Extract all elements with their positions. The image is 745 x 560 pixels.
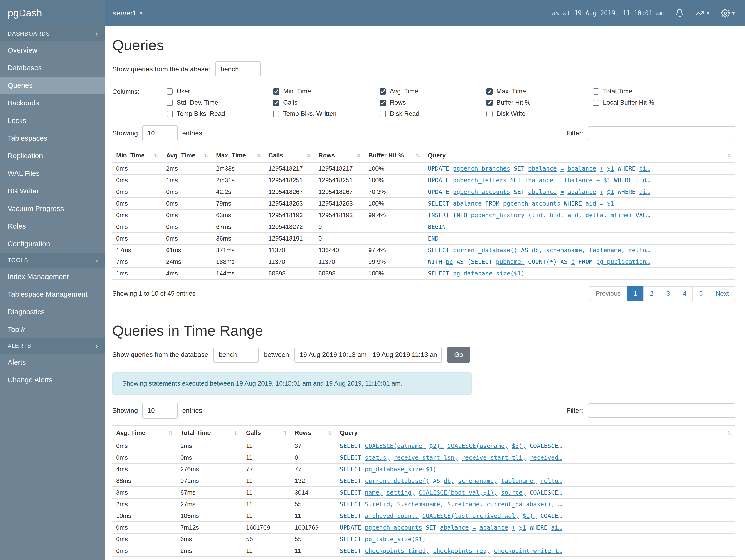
column-header-calls[interactable]: ⇅Calls [265, 148, 315, 163]
column-header-max-time[interactable]: ⇅Max. Time [212, 148, 265, 163]
column-toggle-min-time[interactable]: Min. Time [273, 88, 380, 95]
settings-menu-button[interactable]: ▾ [721, 8, 735, 18]
pagination-page-3[interactable]: 3 [659, 286, 677, 301]
go-button[interactable]: Go [447, 347, 470, 363]
query-link[interactable]: END [428, 235, 439, 242]
checkbox-disk-write[interactable] [486, 111, 492, 117]
column-toggle-disk-write[interactable]: Disk Write [486, 110, 593, 118]
query-link[interactable]: SELECT pg_table_size($1) [340, 536, 426, 542]
sidebar-item-configuration[interactable]: Configuration [0, 235, 105, 253]
column-toggle-rows[interactable]: Rows [380, 99, 486, 106]
sidebar-item-tablespaces[interactable]: Tablespaces [0, 129, 105, 147]
query-link[interactable]: SELECT S.relid, S.schemaname, S.relname,… [340, 501, 562, 508]
sort-icon[interactable]: ⇅ [727, 430, 732, 436]
sidebar-item-backends[interactable]: Backends [0, 94, 105, 112]
sidebar-section-header-tools[interactable]: TOOLS› [0, 253, 105, 268]
query-link[interactable]: SELECT current_database() AS db, scheman… [340, 477, 562, 484]
query-link[interactable]: SELECT current_database() AS db, scheman… [428, 247, 650, 254]
column-header-avg-time[interactable]: ⇅Avg. Time [162, 148, 212, 163]
column-toggle-disk-read[interactable]: Disk Read [380, 110, 486, 118]
sort-icon[interactable]: ⇅ [154, 153, 159, 159]
column-header-total-time[interactable]: ⇅Total Time [176, 426, 242, 440]
column-toggle-temp-blks-written[interactable]: Temp Blks. Written [273, 110, 380, 118]
sidebar-item-overview[interactable]: Overview [0, 41, 105, 59]
sidebar-section-header-alerts[interactable]: ALERTS› [0, 338, 105, 354]
checkbox-calls[interactable] [273, 100, 279, 106]
checkbox-buffer-hit[interactable] [486, 100, 492, 106]
column-header-min-time[interactable]: ⇅Min. Time [112, 148, 162, 163]
sidebar-item-diagnostics[interactable]: Diagnostics [0, 303, 105, 321]
checkbox-avg-time[interactable] [380, 89, 386, 95]
sort-icon[interactable]: ⇅ [727, 153, 732, 159]
query-link[interactable]: SELECT checkpoints_timed, checkpoints_re… [340, 548, 562, 554]
checkbox-max-time[interactable] [486, 89, 492, 95]
query-link[interactable]: UPDATE pgbench_branches SET bbalance = b… [428, 165, 650, 172]
query-link[interactable]: UPDATE pgbench_tellers SET tbalance = tb… [428, 177, 650, 184]
query-link[interactable]: UPDATE pgbench_accounts SET abalance = a… [340, 524, 562, 531]
query-link[interactable]: UPDATE pgbench_accounts SET abalance = a… [428, 189, 650, 195]
pagination-page-1[interactable]: 1 [627, 286, 644, 301]
query-link[interactable]: SELECT pg_database_size($1) [428, 270, 524, 277]
sidebar-item-databases[interactable]: Databases [0, 59, 105, 76]
sort-icon[interactable]: ⇅ [204, 153, 208, 159]
checkbox-temp-blks-read[interactable] [167, 111, 173, 117]
checkbox-local-buffer-hit[interactable] [593, 100, 599, 106]
sidebar-item-wal-files[interactable]: WAL Files [0, 165, 105, 182]
column-header-buffer-hit[interactable]: ⇅Buffer Hit % [364, 148, 424, 163]
database-input-2[interactable] [214, 347, 259, 363]
column-header-calls[interactable]: ⇅Calls [242, 426, 291, 440]
sort-icon[interactable]: ⇅ [257, 153, 261, 159]
column-toggle-avg-time[interactable]: Avg. Time [380, 88, 486, 95]
checkbox-total-time[interactable] [593, 89, 599, 95]
database-input[interactable] [215, 61, 261, 77]
sidebar-item-bg-writer[interactable]: BG Writer [0, 182, 105, 200]
pagination-page-2[interactable]: 2 [643, 286, 660, 301]
column-toggle-local-buffer-hit[interactable]: Local Buffer Hit % [593, 99, 700, 106]
filter-input-2[interactable] [588, 403, 736, 418]
sidebar-section-header-dashboards[interactable]: DASHBOARDS› [0, 26, 105, 41]
pagination-page-5[interactable]: 5 [692, 286, 709, 301]
column-header-query[interactable]: ⇅Query [424, 148, 736, 163]
sort-icon[interactable]: ⇅ [356, 153, 361, 159]
column-toggle-total-time[interactable]: Total Time [593, 88, 700, 95]
pagination-next[interactable]: Next [709, 286, 736, 301]
query-link[interactable]: INSERT INTO pgbench_history (tid, bid, a… [428, 212, 650, 219]
query-link[interactable]: SELECT status, receive_start_lsn, receiv… [340, 454, 562, 461]
page-size-input-2[interactable] [142, 402, 178, 419]
checkbox-min-time[interactable] [273, 89, 279, 95]
query-link[interactable]: SELECT COALESCE(datname, $2), COALESCE(u… [340, 442, 562, 449]
column-header-avg-time[interactable]: ⇅Avg. Time [112, 426, 176, 440]
query-link[interactable]: SELECT pg_database_size($1) [340, 466, 436, 473]
sidebar-item-vacuum-progress[interactable]: Vacuum Progress [0, 200, 105, 218]
sidebar-item-locks[interactable]: Locks [0, 112, 105, 129]
sidebar-item-index-management[interactable]: Index Management [0, 268, 105, 286]
sidebar-item-tablespace-management[interactable]: Tablespace Management [0, 286, 105, 303]
column-toggle-user[interactable]: User [167, 88, 273, 95]
column-header-rows[interactable]: ⇅Rows [315, 148, 364, 163]
column-header-query[interactable]: ⇅Query [336, 426, 736, 440]
sort-icon[interactable]: ⇅ [306, 153, 311, 159]
query-link[interactable]: SELECT archived_count, COALESCE(last_arc… [340, 513, 562, 519]
checkbox-disk-read[interactable] [380, 111, 386, 117]
sidebar-item-alerts[interactable]: Alerts [0, 354, 105, 371]
column-toggle-calls[interactable]: Calls [273, 99, 380, 106]
brand-logo[interactable]: pgDash [0, 0, 105, 26]
notifications-button[interactable] [675, 8, 684, 18]
sort-icon[interactable]: ⇅ [283, 430, 287, 436]
checkbox-user[interactable] [167, 89, 173, 95]
sidebar-item-replication[interactable]: Replication [0, 147, 105, 165]
query-link[interactable]: BEGIN [428, 223, 446, 230]
sort-icon[interactable]: ⇅ [328, 430, 332, 436]
filter-input[interactable] [588, 126, 736, 140]
sidebar-item-top-k[interactable]: Top k [0, 321, 105, 338]
page-size-input[interactable] [142, 125, 178, 141]
query-link[interactable]: SELECT abalance FROM pgbench_accounts WH… [428, 200, 614, 207]
sidebar-item-queries[interactable]: Queries [0, 76, 105, 94]
column-toggle-std-dev-time[interactable]: Std. Dev. Time [167, 99, 273, 106]
date-range-input[interactable] [294, 347, 442, 363]
sort-icon[interactable]: ⇅ [234, 430, 238, 436]
column-header-rows[interactable]: ⇅Rows [291, 426, 336, 440]
checkbox-temp-blks-written[interactable] [273, 111, 279, 117]
column-toggle-max-time[interactable]: Max. Time [486, 88, 593, 95]
column-toggle-temp-blks-read[interactable]: Temp Blks. Read [167, 110, 273, 118]
